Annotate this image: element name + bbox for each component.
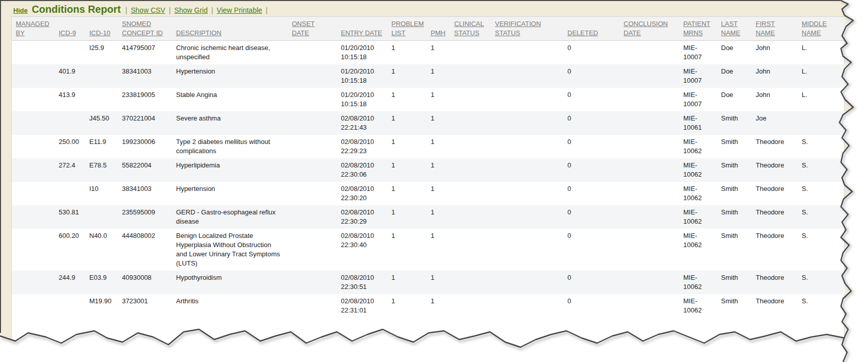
cell-verification_status xyxy=(491,111,563,135)
cell-conclusion_date xyxy=(619,88,679,111)
column-header-label[interactable]: ICD-10 xyxy=(89,29,110,37)
cell-middle_name: S. xyxy=(798,205,845,229)
cell-onset_date xyxy=(288,294,337,318)
column-header-label[interactable]: MANAGED BY xyxy=(16,20,49,37)
cell-deleted: 0 xyxy=(563,135,619,158)
cell-icd9 xyxy=(55,182,85,205)
column-header-label[interactable]: CLINICAL STATUS xyxy=(454,20,484,37)
cell-problem_list: 1 xyxy=(387,158,427,182)
cell-verification_status xyxy=(491,88,563,111)
cell-entry_date: 02/08/2010 22:31:01 xyxy=(337,294,387,318)
column-header-clinical_status[interactable]: CLINICAL STATUS xyxy=(450,17,491,41)
cell-problem_list: 1 xyxy=(387,135,427,158)
cell-problem_list: 1 xyxy=(387,229,427,271)
cell-snomed_concept_id: 199230006 xyxy=(118,135,172,158)
cell-clinical_status xyxy=(450,229,491,271)
cell-problem_list: 1 xyxy=(387,205,427,229)
cell-deleted: 0 xyxy=(563,64,619,88)
column-header-label[interactable]: VERIFICATION STATUS xyxy=(495,20,541,37)
column-header-first_name[interactable]: FIRST NAME xyxy=(752,17,798,41)
cell-description: Hypothyroidism xyxy=(172,271,288,294)
column-header-pmh[interactable]: PMH xyxy=(427,17,450,41)
cell-description: Severe asthma xyxy=(172,111,288,135)
show-grid-link[interactable]: Show Grid xyxy=(175,6,208,14)
cell-last_name: Smith xyxy=(717,294,752,318)
column-header-patient_mrns[interactable]: PATIENT MRNS xyxy=(679,17,717,41)
column-header-label[interactable]: ENTRY DATE xyxy=(341,29,382,37)
cell-middle_name: S. xyxy=(798,294,845,318)
column-header-middle_name[interactable]: MIDDLE NAME xyxy=(798,17,845,41)
column-header-label[interactable]: LAST NAME xyxy=(721,20,740,37)
cell-middle_name: S. xyxy=(798,229,845,271)
column-header-label[interactable]: DELETED xyxy=(567,29,598,37)
cell-managed_by xyxy=(12,111,55,135)
cell-verification_status xyxy=(491,64,563,88)
cell-managed_by xyxy=(12,271,55,294)
cell-clinical_status xyxy=(450,158,491,182)
cell-verification_status xyxy=(491,205,563,229)
column-header-conclusion_date[interactable]: CONCLUSION DATE xyxy=(619,17,679,41)
cell-description: Hypertension xyxy=(172,64,288,88)
cell-pmh: 1 xyxy=(427,271,450,294)
column-header-icd10[interactable]: ICD-10 xyxy=(85,17,118,41)
cell-middle_name xyxy=(798,111,845,135)
cell-snomed_concept_id: 235595009 xyxy=(118,205,172,229)
separator: | xyxy=(169,6,171,14)
cell-entry_date: 01/20/2010 10:15:18 xyxy=(337,41,387,65)
cell-patient_mrns: MIE-10062 xyxy=(679,271,717,294)
column-header-verification_status[interactable]: VERIFICATION STATUS xyxy=(491,17,563,41)
column-header-label[interactable]: DESCRIPTION xyxy=(176,29,221,37)
cell-managed_by xyxy=(12,205,55,229)
column-header-description[interactable]: DESCRIPTION xyxy=(172,17,288,41)
column-header-last_name[interactable]: LAST NAME xyxy=(717,17,752,41)
column-header-problem_list[interactable]: PROBLEM LIST xyxy=(387,17,427,41)
column-header-label[interactable]: CONCLUSION DATE xyxy=(624,20,668,37)
titlebar-links: |Show CSV|Show Grid|View Printable| xyxy=(122,6,271,15)
cell-snomed_concept_id: 55822004 xyxy=(118,158,172,182)
cell-patient_mrns: MIE-10061 xyxy=(679,111,717,135)
show-csv-link[interactable]: Show CSV xyxy=(131,6,165,14)
column-header-label[interactable]: PATIENT MRNS xyxy=(683,20,710,37)
column-header-label[interactable]: SNOMED CONCEPT ID xyxy=(122,20,163,37)
cell-first_name: Theodore xyxy=(752,271,798,294)
cell-clinical_status xyxy=(450,294,491,318)
screenshot-left-border xyxy=(0,0,1,333)
cell-snomed_concept_id: 3723001 xyxy=(118,294,172,318)
cell-pmh: 1 xyxy=(427,158,450,182)
column-header-onset_date[interactable]: ONSET DATE xyxy=(288,17,337,41)
cell-last_name: Smith xyxy=(717,158,752,182)
cell-icd9: 413.9 xyxy=(55,88,85,111)
column-header-label[interactable]: PROBLEM LIST xyxy=(391,20,424,37)
cell-first_name: John xyxy=(752,41,798,65)
table-row: 530.81235595009GERD - Gastro-esophageal … xyxy=(12,205,845,229)
cell-last_name: Smith xyxy=(717,205,752,229)
cell-pmh: 1 xyxy=(427,205,450,229)
column-header-deleted[interactable]: DELETED xyxy=(563,17,619,41)
cell-pmh: 1 xyxy=(427,88,450,111)
cell-middle_name: L. xyxy=(798,64,845,88)
cell-pmh: 1 xyxy=(427,111,450,135)
column-header-snomed_concept_id[interactable]: SNOMED CONCEPT ID xyxy=(118,17,172,41)
column-header-managed_by[interactable]: MANAGED BY xyxy=(12,17,55,41)
column-header-label[interactable]: FIRST NAME xyxy=(756,20,775,37)
column-header-entry_date[interactable]: ENTRY DATE xyxy=(337,17,387,41)
cell-deleted: 0 xyxy=(563,205,619,229)
column-header-label[interactable]: ONSET DATE xyxy=(292,20,315,37)
column-header-icd9[interactable]: ICD-9 xyxy=(55,17,85,41)
cell-managed_by xyxy=(12,64,55,88)
cell-last_name: Smith xyxy=(717,182,752,205)
cell-deleted: 0 xyxy=(563,229,619,271)
cell-description: Benign Localized Prostate Hyperplasia Wi… xyxy=(172,229,288,271)
cell-patient_mrns: MIE-10007 xyxy=(679,88,717,111)
column-header-label[interactable]: MIDDLE NAME xyxy=(802,20,827,37)
cell-conclusion_date xyxy=(619,111,679,135)
column-header-label[interactable]: PMH xyxy=(431,29,445,37)
screenshot-top-border xyxy=(0,0,840,1)
cell-entry_date: 02/08/2010 22:30:20 xyxy=(337,182,387,205)
hide-link[interactable]: Hide xyxy=(13,7,28,14)
cell-managed_by xyxy=(12,182,55,205)
cell-icd9: 250.00 xyxy=(55,135,85,158)
column-header-label[interactable]: ICD-9 xyxy=(59,29,76,37)
cell-icd9 xyxy=(55,294,85,318)
view-printable-link[interactable]: View Printable xyxy=(217,6,262,14)
